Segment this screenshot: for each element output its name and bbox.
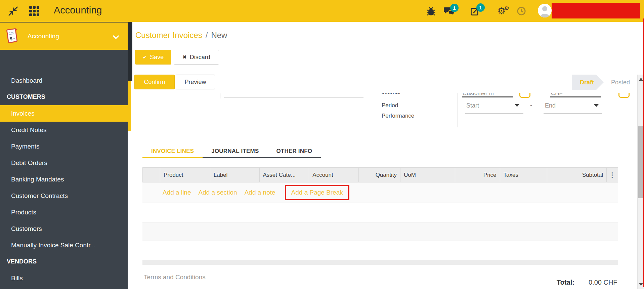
column-header-price: Price	[455, 168, 500, 182]
breadcrumb-separator: /	[206, 31, 208, 40]
apps-grid-icon[interactable]	[28, 6, 40, 16]
journal-label: Journal	[382, 93, 400, 96]
period-start-select[interactable]: Start	[466, 102, 479, 109]
scrollbar-thumb[interactable]	[638, 126, 643, 198]
sidebar-scroll-track	[128, 22, 132, 81]
form-sheet: Journal Period Performance Customer In C…	[132, 93, 637, 146]
start-caret-down-icon[interactable]	[515, 104, 519, 107]
sidebar-item-refunds[interactable]: Refunds	[0, 286, 128, 289]
statusbar: DraftPosted	[572, 75, 630, 90]
kebab-menu-icon[interactable]: ⋮	[607, 168, 618, 182]
column-header-uom: UoM	[400, 168, 455, 182]
add-link-add-a-line[interactable]: Add a line	[163, 189, 191, 196]
vertical-scrollbar[interactable]	[637, 75, 644, 289]
column-header-label: Label	[210, 168, 260, 182]
sidebar-section-vendors: VENDORS	[0, 253, 128, 270]
invoice-lines-add-row: Add a lineAdd a sectionAdd a noteAdd a P…	[142, 182, 618, 203]
main-content: Customer Invoices/New ✔ Save ✖ Discard C…	[132, 22, 644, 289]
column-header-quantity: Quantity	[359, 168, 400, 182]
sidebar-item-banking-mandates[interactable]: Banking Mandates	[0, 171, 128, 188]
column-header-asset-cate: Asset Cate...	[260, 168, 309, 182]
sidebar-item-debit-orders[interactable]: Debit Orders	[0, 155, 128, 171]
column-header-taxes: Taxes	[500, 168, 548, 182]
activities-badge: 1	[476, 3, 485, 12]
journal-field-underline	[462, 96, 513, 97]
add-link-add-a-page-break[interactable]: Add a Page Break	[291, 189, 343, 196]
check-icon: ✔	[143, 54, 147, 60]
statusbar-state-draft[interactable]: Draft	[572, 75, 604, 90]
sidebar-section-customers: CUSTOMERS	[0, 89, 128, 105]
start-underline	[465, 113, 523, 114]
sidebar-app-title: Accounting	[28, 33, 59, 40]
compress-window-icon[interactable]	[7, 6, 19, 16]
empty-section-band	[142, 222, 618, 241]
total-value: 0.00 CHF	[589, 279, 617, 286]
sidebar-menu: DashboardCUSTOMERSInvoicesCredit NotesPa…	[0, 72, 128, 289]
save-button[interactable]: ✔ Save	[135, 50, 171, 65]
sidebar-item-payments[interactable]: Payments	[0, 138, 128, 155]
activities-compose-icon[interactable]: 1	[470, 6, 480, 16]
accounting-receipt-icon: $	[5, 27, 20, 46]
sidebar-app-switcher[interactable]: $ Accounting	[0, 23, 128, 50]
messages-icon[interactable]: 1	[443, 6, 455, 16]
sidebar-item-invoices[interactable]: Invoices	[0, 105, 128, 122]
column-header-account: Account	[309, 168, 359, 182]
invoice-lines-header-row: ProductLabelAsset Cate...AccountQuantity…	[142, 167, 618, 182]
screen: Accounting 1 1	[0, 0, 644, 289]
total-label: Total:	[557, 279, 574, 286]
sidebar-item-customer-contracts[interactable]: Customer Contracts	[0, 188, 128, 204]
add-link-add-a-note[interactable]: Add a note	[245, 189, 275, 196]
app-title[interactable]: Accounting	[54, 5, 102, 16]
sidebar-item-dashboard[interactable]: Dashboard	[0, 72, 128, 89]
tab-invoice-lines[interactable]: INVOICE LINES	[142, 146, 203, 158]
x-icon: ✖	[182, 54, 187, 60]
end-caret-down-icon[interactable]	[594, 104, 599, 107]
sidebar-scroll-thumb[interactable]	[128, 81, 131, 131]
tab-other-info[interactable]: OTHER INFO	[267, 146, 321, 158]
scroll-down-arrow-icon[interactable]	[639, 283, 643, 286]
period-performance-label: Period Performance	[382, 100, 429, 121]
field-cell-border	[220, 93, 220, 98]
empty-divider-band	[142, 260, 618, 265]
sidebar-item-products[interactable]: Products	[0, 204, 128, 220]
column-header-product: Product	[160, 168, 210, 182]
currency-field-underline	[550, 96, 601, 97]
topbar: Accounting 1 1	[0, 0, 644, 22]
annotation-highlight-box: Add a Page Break	[285, 185, 349, 200]
scroll-up-arrow-icon[interactable]	[639, 78, 643, 81]
statusbar-state-posted[interactable]: Posted	[611, 79, 630, 86]
breadcrumb-customer-invoices[interactable]: Customer Invoices	[135, 31, 202, 40]
debug-bug-icon[interactable]	[426, 6, 436, 16]
sidebar-item-customers[interactable]: Customers	[0, 220, 128, 237]
settings-gears-icon[interactable]: ⚙⚙	[497, 5, 511, 17]
period-end-select[interactable]: End	[545, 102, 556, 109]
add-link-add-a-section[interactable]: Add a section	[199, 189, 237, 196]
discard-button[interactable]: ✖ Discard	[174, 50, 219, 65]
tab-journal-items[interactable]: JOURNAL ITEMS	[203, 146, 267, 158]
column-header-handle	[143, 168, 160, 182]
notebook-tabs: INVOICE LINESJOURNAL ITEMSOTHER INFO	[142, 146, 321, 158]
preview-button[interactable]: Preview	[176, 75, 215, 89]
sidebar-item-credit-notes[interactable]: Credit Notes	[0, 122, 128, 138]
sidebar-item-manually-invoice-sale-contr[interactable]: Manually Invoice Sale Contr...	[0, 237, 128, 253]
sidebar: $ Accounting DashboardCUSTOMERSInvoicesC…	[0, 22, 128, 289]
period-range-separator: -	[530, 102, 532, 109]
recent-clock-icon[interactable]	[516, 6, 526, 16]
sidebar-item-bills[interactable]: Bills	[0, 270, 128, 286]
redaction-overlay	[552, 3, 640, 18]
breadcrumb-current: New	[211, 31, 227, 40]
journal-internal-link-button[interactable]	[519, 93, 530, 98]
currency-internal-link-button[interactable]	[618, 93, 630, 98]
avatar[interactable]	[538, 4, 552, 17]
confirm-button[interactable]: Confirm	[134, 75, 175, 89]
group-divider	[458, 93, 458, 127]
breadcrumb: Customer Invoices/New	[135, 31, 227, 40]
terms-and-conditions-field[interactable]: Terms and Conditions	[144, 274, 206, 281]
end-underline	[544, 113, 602, 114]
left-field-underline[interactable]	[224, 97, 363, 97]
toolbar-top-divider	[132, 71, 644, 71]
column-header-subtotal: Subtotal	[547, 168, 607, 182]
chevron-down-icon	[113, 35, 119, 41]
messages-badge: 1	[450, 4, 459, 12]
